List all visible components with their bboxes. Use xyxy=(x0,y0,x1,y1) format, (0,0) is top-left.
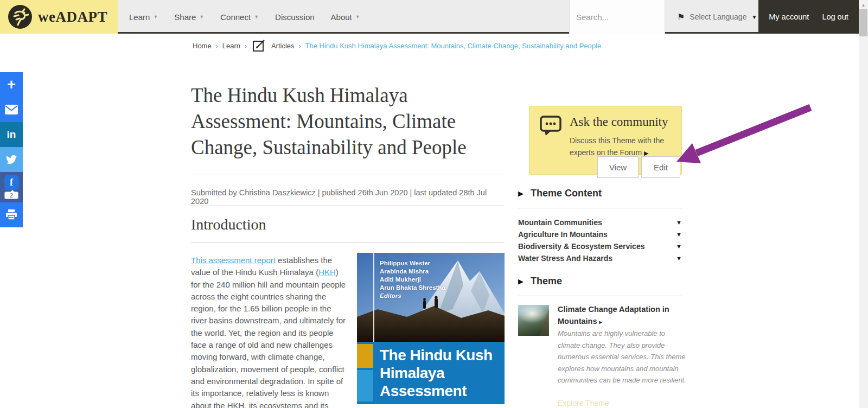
share-more-button[interactable]: + xyxy=(0,72,23,97)
book-cover-image[interactable]: Philippus Wester Arabinda Mishra Aditi M… xyxy=(357,253,505,404)
nav-label: Share xyxy=(174,12,196,22)
breadcrumb-separator: › xyxy=(299,42,301,50)
linkedin-icon: in xyxy=(7,129,16,141)
page: weADAPT Learn ▼ Share ▼ Connect ▼ Discus… xyxy=(0,0,868,408)
annotation-arrow-to-edit xyxy=(663,101,820,174)
theme-thumbnail-image[interactable] xyxy=(518,305,549,336)
weadapt-lizard-icon xyxy=(8,4,33,29)
facebook-share-count-badge: 2 xyxy=(4,192,18,199)
hkh-link[interactable]: HKH xyxy=(318,267,336,277)
theme-card-description: Mountains are highly vulnerable to clima… xyxy=(558,328,687,386)
breadcrumb-home[interactable]: Home xyxy=(193,42,212,50)
breadcrumb-learn[interactable]: Learn xyxy=(222,42,240,50)
chevron-down-icon: ▼ xyxy=(355,14,360,20)
brand-title: weADAPT xyxy=(38,9,107,25)
section-heading-introduction: Introduction xyxy=(191,216,266,233)
speech-bubble-icon xyxy=(539,115,562,137)
divider xyxy=(518,208,682,208)
flag-icon: ⚑ xyxy=(677,12,685,22)
breadcrumb-articles[interactable]: Articles xyxy=(271,42,295,50)
share-linkedin-button[interactable]: in xyxy=(0,122,23,147)
triangle-right-icon: ▶ xyxy=(518,277,524,285)
nav-label: Connect xyxy=(220,12,251,22)
social-share-bar: + in f 2 xyxy=(0,72,23,227)
breadcrumb-current-page[interactable]: The Hindu Kush Himalaya Assessment: Moun… xyxy=(305,42,602,50)
nav-item-about[interactable]: About ▼ xyxy=(331,12,360,22)
chevron-down-icon: ▼ xyxy=(676,231,682,238)
divider xyxy=(191,206,505,206)
intro-paragraph: This assessment report establishes the v… xyxy=(191,254,348,408)
main-nav: Learn ▼ Share ▼ Connect ▼ Discussion Abo… xyxy=(129,0,360,34)
language-selector[interactable]: ⚑ Select Language ▼ xyxy=(677,0,757,34)
top-navigation-bar: weADAPT Learn ▼ Share ▼ Connect ▼ Discus… xyxy=(0,0,868,34)
cover-book-title: The Hindu Kush Himalaya Assessment xyxy=(380,346,499,400)
chevron-down-icon: ▼ xyxy=(254,14,259,20)
email-icon xyxy=(5,105,18,114)
breadcrumb-separator: › xyxy=(245,42,247,50)
edit-article-icon[interactable] xyxy=(252,39,266,53)
nav-item-connect[interactable]: Connect ▼ xyxy=(220,12,259,22)
forum-arrow-icon: ▶ xyxy=(644,150,648,156)
theme-card-title[interactable]: Climate Change Adaptation in Mountains ▸ xyxy=(558,303,684,328)
view-tab-button[interactable]: View xyxy=(597,156,639,178)
arrow-right-icon: ▸ xyxy=(599,319,602,325)
breadcrumb-separator: › xyxy=(216,42,218,50)
ask-community-title: Ask the community xyxy=(570,115,668,129)
account-bar: My account Log out xyxy=(758,0,859,34)
cover-gold-square xyxy=(357,344,373,368)
assessment-report-link[interactable]: This assessment report xyxy=(191,256,276,265)
chevron-down-icon: ▼ xyxy=(676,243,682,250)
nav-item-share[interactable]: Share ▼ xyxy=(174,12,204,22)
chevron-down-icon: ▼ xyxy=(676,219,682,226)
nav-label: Learn xyxy=(129,12,150,22)
divider xyxy=(191,243,505,243)
printer-icon xyxy=(5,209,17,220)
twitter-icon xyxy=(5,154,18,165)
plus-icon: + xyxy=(7,78,16,92)
theme-content-item-mountain-communities[interactable]: Mountain Communities ▼ xyxy=(518,216,682,228)
share-email-button[interactable] xyxy=(0,97,23,122)
chevron-down-icon: ▼ xyxy=(199,14,204,20)
search-box xyxy=(569,0,665,34)
theme-content-item-water-stress[interactable]: Water Stress And Hazards ▼ xyxy=(518,252,682,264)
chevron-down-icon: ▼ xyxy=(153,14,158,20)
chevron-down-icon: ▼ xyxy=(676,255,682,262)
theme-content-heading: ▶ Theme Content xyxy=(518,188,602,199)
logout-link[interactable]: Log out xyxy=(822,12,848,21)
scrollbar-thumb[interactable] xyxy=(859,9,867,36)
nav-item-learn[interactable]: Learn ▼ xyxy=(129,12,158,22)
weadapt-logo[interactable]: weADAPT xyxy=(0,0,118,34)
search-input[interactable] xyxy=(576,12,684,22)
divider xyxy=(518,296,682,296)
nav-item-discussion[interactable]: Discussion xyxy=(275,12,315,22)
share-facebook-button[interactable]: f 2 xyxy=(0,172,23,202)
nav-label: Discussion xyxy=(275,12,315,22)
page-title: The Hindu Kush Himalaya Assessment: Moun… xyxy=(191,82,497,161)
language-label: Select Language xyxy=(690,12,746,21)
edit-tab-button[interactable]: Edit xyxy=(641,156,680,178)
theme-heading: ▶ Theme xyxy=(518,276,562,287)
nav-label: About xyxy=(331,12,352,22)
cover-lightblue-square xyxy=(357,370,373,401)
theme-content-item-agriculture[interactable]: Agriculture In Mountains ▼ xyxy=(518,228,682,240)
facebook-icon: f xyxy=(4,175,19,190)
share-twitter-button[interactable] xyxy=(0,147,23,172)
breadcrumb: Home › Learn › Articles › The Hindu Kush… xyxy=(193,39,601,53)
article-byline: Submitted by Christina Daszkiewicz | pub… xyxy=(191,188,505,206)
triangle-right-icon: ▶ xyxy=(518,189,524,197)
ask-community-text[interactable]: Discuss this Theme with the experts on t… xyxy=(570,135,673,159)
explore-theme-link[interactable]: Explore Theme xyxy=(558,399,609,407)
chevron-down-icon: ▼ xyxy=(751,14,757,20)
vertical-scrollbar[interactable]: ▲ xyxy=(859,0,868,408)
divider xyxy=(191,175,505,175)
cover-divider-line xyxy=(373,253,374,342)
intro-text-segment: ) for the 240 million hill and mountain … xyxy=(191,267,346,408)
scrollbar-up-arrow[interactable]: ▲ xyxy=(859,1,868,9)
cover-editors-list: Philippus Wester Arabinda Mishra Aditi M… xyxy=(380,259,445,300)
theme-content-item-biodiversity[interactable]: Biodiversity & Ecosystem Services ▼ xyxy=(518,240,682,252)
print-button[interactable] xyxy=(0,202,23,227)
my-account-link[interactable]: My account xyxy=(769,12,809,21)
